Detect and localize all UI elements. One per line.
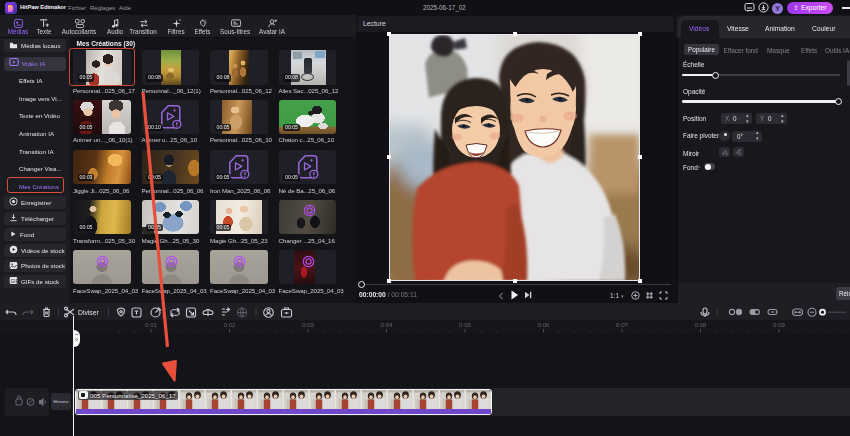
svg-text:0:08: 0:08 [694,321,707,328]
svg-text:0:09: 0:09 [773,321,786,328]
svg-text:0:06: 0:06 [537,321,550,328]
svg-text:0:01: 0:01 [145,321,158,328]
svg-text:0:03: 0:03 [302,321,315,328]
svg-text:Diviser: Diviser [78,309,100,316]
svg-text:0:05: 0:05 [459,321,472,328]
svg-text:0:07: 0:07 [616,321,629,328]
svg-text:0:04: 0:04 [380,321,393,328]
svg-text:0:02: 0:02 [223,321,236,328]
svg-text:GIF: GIF [10,279,18,284]
